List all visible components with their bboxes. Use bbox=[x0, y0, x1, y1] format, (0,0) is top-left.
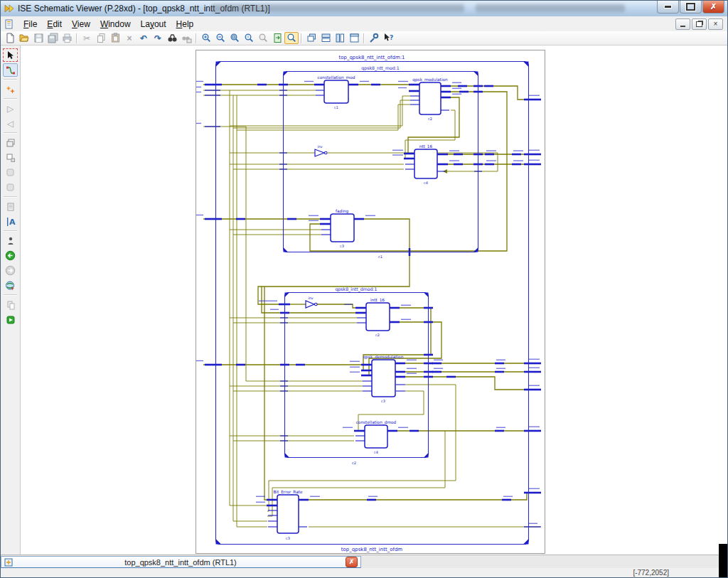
block-label: constellation_mod bbox=[318, 75, 355, 80]
schematic-sheet[interactable]: top_qpsk8_ntt_intt_ofdm:1 top_qpsk8_ntt_… bbox=[196, 50, 545, 554]
save-button[interactable] bbox=[31, 32, 46, 44]
tile-vertical-button[interactable] bbox=[333, 32, 347, 44]
pages-icon bbox=[6, 300, 16, 310]
inverter-2[interactable] bbox=[306, 301, 317, 308]
find-icon bbox=[167, 33, 178, 43]
block-bit-error-rate[interactable] bbox=[277, 495, 299, 533]
group-qpsk8-intt-dmod[interactable] bbox=[285, 293, 429, 458]
settings-button[interactable] bbox=[367, 32, 381, 44]
group-qpsk8-ntt-mod[interactable] bbox=[284, 72, 478, 252]
mdi-restore-button[interactable] bbox=[692, 18, 707, 30]
menu-layout[interactable]: Layout bbox=[136, 18, 171, 31]
block-constellation-dmod[interactable] bbox=[365, 425, 387, 448]
redo-button[interactable]: ↷ bbox=[151, 32, 165, 44]
zoom-full-button[interactable] bbox=[228, 32, 242, 44]
inverter-1[interactable] bbox=[315, 149, 327, 156]
menu-view[interactable]: View bbox=[67, 18, 95, 31]
flag-button[interactable] bbox=[3, 313, 18, 326]
tab-rtl-schematic[interactable]: top_qpsk8_ntt_intt_ofdm (RTL1) ✗ bbox=[1, 556, 361, 569]
block-ntt-16[interactable] bbox=[414, 149, 437, 178]
block-label: qpsk_modulation bbox=[412, 77, 448, 82]
copy-button[interactable] bbox=[94, 32, 108, 44]
cascade-windows-button[interactable] bbox=[304, 32, 318, 44]
notepad-icon bbox=[6, 202, 16, 212]
cursor-coordinates: [-772,2052] bbox=[633, 569, 669, 577]
menubar: File Edit View Window Layout Help × bbox=[1, 16, 727, 32]
menu-edit[interactable]: Edit bbox=[42, 18, 67, 31]
application-window: ISE Schematic Viewer (P.28xd) - [top_qps… bbox=[0, 0, 728, 578]
tile-horizontal-button[interactable] bbox=[318, 32, 333, 44]
notepad-button[interactable] bbox=[3, 200, 18, 213]
group1-label: qpsk8_ntt_mod:1 bbox=[361, 65, 399, 71]
export-button[interactable] bbox=[270, 32, 284, 44]
print-button[interactable] bbox=[60, 32, 74, 44]
arrange-button[interactable] bbox=[347, 32, 361, 44]
redacted-title-text bbox=[211, 4, 464, 12]
block-intt-16[interactable] bbox=[366, 303, 390, 331]
world-button[interactable] bbox=[3, 279, 18, 292]
block-label: fading bbox=[336, 209, 349, 214]
blank-tool-2-button[interactable] bbox=[3, 181, 18, 194]
sheets-button[interactable] bbox=[3, 136, 18, 149]
document-icon[interactable] bbox=[4, 19, 14, 29]
history-forward-button[interactable] bbox=[3, 264, 18, 277]
schematic-trace-button[interactable] bbox=[3, 63, 18, 77]
menu-file[interactable]: File bbox=[18, 18, 42, 31]
text-a-icon: A bbox=[6, 217, 16, 227]
new-button[interactable] bbox=[3, 32, 17, 44]
history-back-button[interactable] bbox=[3, 249, 18, 262]
paste-button[interactable] bbox=[108, 32, 122, 44]
mdi-minimize-button[interactable] bbox=[675, 18, 690, 30]
grid-box-button[interactable] bbox=[3, 151, 18, 164]
rtl-schematic[interactable]: top_qpsk8_ntt_intt_ofdm:1 top_qpsk8_ntt_… bbox=[196, 50, 545, 553]
block-qpsk-demodulation[interactable] bbox=[372, 360, 395, 397]
sidebar-separator bbox=[4, 132, 17, 134]
person-pin-button[interactable] bbox=[3, 234, 18, 247]
zoom-tool-active-button[interactable] bbox=[284, 32, 299, 44]
blank-tool-1-icon bbox=[6, 168, 15, 177]
block-instance: c2 bbox=[375, 333, 380, 337]
whats-this-button[interactable]: ? bbox=[381, 32, 395, 44]
open-icon bbox=[19, 33, 30, 43]
close-button[interactable]: ✗ bbox=[702, 1, 724, 14]
minimize-button[interactable] bbox=[657, 1, 679, 14]
delete-button[interactable]: × bbox=[122, 32, 136, 44]
statusbar: [-772,2052] bbox=[1, 568, 727, 577]
close-icon: ✗ bbox=[710, 3, 717, 11]
arrange-icon bbox=[349, 33, 360, 43]
new-icon bbox=[5, 33, 16, 43]
menu-help[interactable]: Help bbox=[171, 18, 199, 31]
copy-icon bbox=[96, 33, 107, 43]
play-back-button[interactable]: ◁ bbox=[3, 117, 18, 130]
sparkle-button[interactable] bbox=[3, 82, 18, 96]
blank-tool-1-button[interactable] bbox=[3, 166, 18, 179]
mdi-close-button[interactable]: × bbox=[708, 18, 723, 30]
save-icon bbox=[33, 33, 44, 43]
screen-corner bbox=[719, 544, 727, 577]
maximize-button[interactable] bbox=[680, 1, 702, 14]
zoom-box-button[interactable] bbox=[242, 32, 256, 44]
text-a-button[interactable]: A bbox=[3, 215, 18, 228]
pages-button[interactable] bbox=[3, 298, 18, 311]
block-constellation-mod[interactable] bbox=[324, 80, 348, 103]
block-instance: c3 bbox=[286, 536, 290, 540]
find-button[interactable] bbox=[165, 32, 179, 44]
zoom-in-button[interactable] bbox=[199, 32, 213, 44]
block-fading[interactable] bbox=[331, 214, 354, 242]
undo-button[interactable]: ↶ bbox=[136, 32, 151, 44]
tab-close-button[interactable]: ✗ bbox=[346, 557, 358, 567]
menu-window[interactable]: Window bbox=[95, 18, 136, 31]
save-all-button[interactable] bbox=[46, 32, 60, 44]
find-options-button[interactable] bbox=[179, 32, 193, 44]
open-button[interactable] bbox=[17, 32, 31, 44]
cut-button[interactable]: ✂ bbox=[80, 32, 94, 44]
app-logo-icon bbox=[4, 4, 15, 14]
block-qpsk-modulation[interactable] bbox=[419, 82, 441, 114]
play-button[interactable]: ▷ bbox=[3, 102, 18, 115]
zoom-out-button[interactable] bbox=[213, 32, 228, 44]
select-pointer-button[interactable] bbox=[3, 48, 18, 62]
zoom-box-icon bbox=[244, 33, 255, 43]
zoom-selection-button[interactable] bbox=[256, 32, 270, 44]
settings-wrench-icon bbox=[369, 33, 380, 43]
schematic-canvas-area[interactable]: top_qpsk8_ntt_intt_ofdm:1 top_qpsk8_ntt_… bbox=[21, 46, 727, 555]
